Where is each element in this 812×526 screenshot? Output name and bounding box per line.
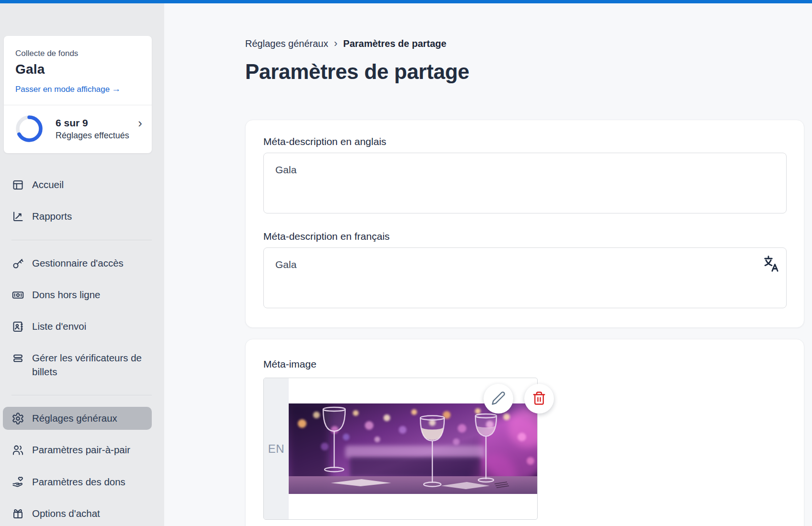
meta-image-box: EN (263, 378, 538, 520)
top-accent-bar (0, 0, 812, 3)
edit-image-button[interactable] (484, 384, 513, 414)
sidebar-item-dons-hors-ligne[interactable]: Dons hors ligne (3, 283, 152, 306)
setup-progress-row[interactable]: 6 sur 9 Réglages effectués › (4, 105, 152, 153)
people-icon (11, 444, 24, 457)
home-layout-icon (11, 179, 24, 191)
meta-description-en-input[interactable]: Gala (263, 153, 787, 213)
reports-chart-icon (11, 210, 24, 223)
gear-icon (11, 412, 24, 425)
breadcrumb-parent[interactable]: Réglages généraux (245, 38, 328, 49)
language-strip: EN (264, 378, 289, 519)
sidebar-item-options-achat[interactable]: Options d'achat (3, 502, 152, 525)
sidebar-item-liste-envoi[interactable]: Liste d'envoi (3, 315, 152, 338)
gift-icon (11, 507, 24, 520)
sidebar-item-parametres-pair-a-pair[interactable]: Paramètres pair-à-pair (3, 438, 152, 461)
meta-description-fr-input[interactable]: Gala (263, 247, 787, 308)
progress-ring (15, 115, 43, 143)
nav-divider (11, 240, 152, 240)
progress-count: 6 sur 9 (56, 117, 138, 129)
page-title: Paramètres de partage (245, 60, 469, 84)
sidebar-item-parametres-des-dons[interactable]: Paramètres des dons (3, 470, 152, 493)
main-content: Réglages généraux › Paramètres de partag… (164, 3, 812, 526)
language-tag: EN (268, 442, 284, 456)
app-screen: Collecte de fonds Gala Passer en mode af… (0, 0, 812, 526)
gala-photo (289, 403, 537, 494)
sidebar-item-rapports[interactable]: Rapports (3, 205, 152, 228)
sidebar-item-verificateurs-billets[interactable]: Gérer les vérificateurs de billets (3, 347, 152, 383)
breadcrumb-current: Paramètres de partage (343, 38, 447, 49)
meta-image-preview (289, 378, 537, 519)
meta-image-card: Méta-image EN (245, 339, 804, 526)
sidebar-item-accueil[interactable]: Accueil (3, 173, 152, 196)
sidebar-nav: Accueil Rapports Gestionnaire d'accès (0, 173, 164, 526)
contact-card-icon (11, 320, 24, 333)
campaign-type-label: Collecte de fonds (15, 49, 140, 58)
trash-icon (532, 391, 546, 407)
key-icon (11, 257, 24, 270)
sidebar-item-reglages-generaux[interactable]: Réglages généraux (3, 407, 152, 430)
translate-icon[interactable] (763, 255, 780, 272)
breadcrumb: Réglages généraux › Paramètres de partag… (245, 37, 446, 50)
campaign-panel: Collecte de fonds Gala Passer en mode af… (4, 36, 152, 153)
chevron-right-icon: › (334, 37, 337, 50)
nav-divider (11, 395, 152, 395)
meta-description-fr-label: Méta-description en français (263, 231, 786, 242)
ticket-checkers-icon (11, 352, 24, 365)
progress-sublabel: Réglages effectués (56, 131, 138, 141)
meta-description-card: Méta-description en anglais Gala Méta-de… (245, 120, 804, 328)
sidebar-item-gestionnaire-acces[interactable]: Gestionnaire d'accès (3, 252, 152, 275)
chevron-right-icon: › (138, 117, 142, 129)
arrow-right-icon: → (112, 84, 121, 94)
pencil-icon (491, 391, 506, 407)
banknote-icon (11, 289, 24, 302)
delete-image-button[interactable] (524, 384, 554, 414)
meta-image-label: Méta-image (263, 358, 786, 370)
hand-heart-icon (11, 476, 24, 489)
view-mode-link[interactable]: Passer en mode affichage→ (15, 84, 121, 94)
campaign-name: Gala (15, 62, 140, 77)
sidebar: Collecte de fonds Gala Passer en mode af… (0, 3, 164, 526)
meta-description-en-label: Méta-description en anglais (263, 136, 786, 147)
